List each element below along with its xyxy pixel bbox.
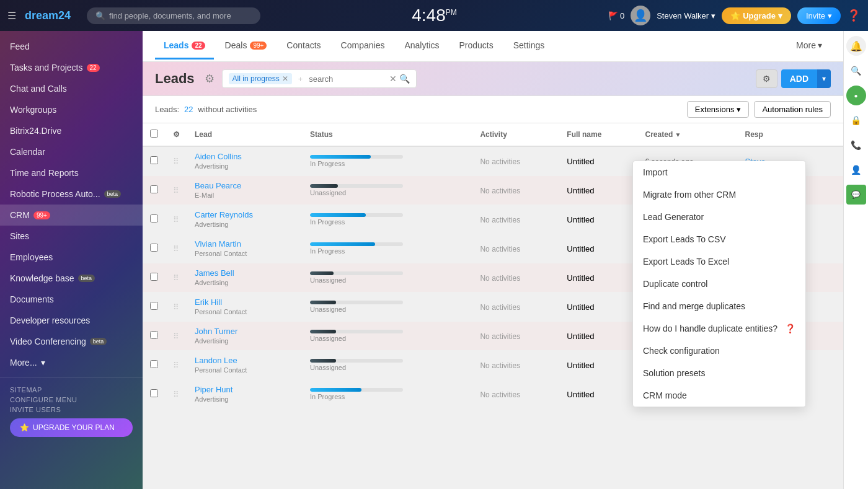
dropdown-migrate[interactable]: Migrate from other CRM xyxy=(633,183,805,206)
dropdown-merge[interactable]: Find and merge duplicates xyxy=(633,295,805,317)
phone-icon[interactable]: 📞 xyxy=(846,135,866,155)
sidebar-item-feed[interactable]: Feed xyxy=(0,36,143,57)
sidebar-item-calendar[interactable]: Calendar xyxy=(0,141,143,162)
upgrade-plan-button[interactable]: ⭐ UPGRADE YOUR PLAN xyxy=(10,418,133,437)
dropdown-import[interactable]: Import xyxy=(633,161,805,183)
invite-users-link[interactable]: INVITE USERS xyxy=(10,406,133,413)
sitemap-link[interactable]: SITEMAP xyxy=(10,386,133,394)
lead-name-link[interactable]: James Bell xyxy=(195,268,234,278)
sidebar-item-documents[interactable]: Documents xyxy=(0,289,143,310)
select-all-checkbox[interactable] xyxy=(150,130,158,138)
row-checkbox[interactable] xyxy=(150,156,158,164)
leads-search-input[interactable] xyxy=(309,74,383,84)
row-checkbox[interactable] xyxy=(150,389,158,397)
row-drag-handle[interactable]: ⠿ xyxy=(166,234,187,263)
invite-button[interactable]: Invite ▾ xyxy=(797,7,841,24)
row-drag-handle[interactable]: ⠿ xyxy=(166,380,187,409)
leads-count-link[interactable]: 22 xyxy=(184,105,193,114)
hamburger-icon[interactable]: ☰ xyxy=(7,10,16,22)
row-drag-handle[interactable]: ⠿ xyxy=(166,205,187,234)
flag-counter[interactable]: 🚩 0 xyxy=(608,11,624,20)
tab-companies[interactable]: Companies xyxy=(332,33,394,59)
sidebar-item-videoconf[interactable]: Video Conferencing beta xyxy=(0,331,143,352)
lead-name-link[interactable]: Erik Hill xyxy=(195,297,222,307)
tab-contacts[interactable]: Contacts xyxy=(278,33,329,59)
col-created[interactable]: Created ▼ xyxy=(638,123,738,146)
tab-more[interactable]: More ▾ xyxy=(787,33,831,59)
row-checkbox[interactable] xyxy=(150,302,158,310)
row-checkbox[interactable] xyxy=(150,331,158,339)
lead-name-link[interactable]: Carter Reynolds xyxy=(195,210,253,219)
tab-leads[interactable]: Leads 22 xyxy=(155,33,214,59)
search-input[interactable] xyxy=(109,11,233,20)
row-drag-handle[interactable]: ⠿ xyxy=(166,322,187,351)
row-checkbox[interactable] xyxy=(150,214,158,222)
extensions-button[interactable]: Extensions ▾ xyxy=(687,101,750,118)
leads-settings-icon[interactable]: ⚙ xyxy=(205,72,215,86)
row-checkbox[interactable] xyxy=(150,360,158,368)
notifications-icon[interactable]: 🔔 xyxy=(846,36,866,56)
tab-analytics[interactable]: Analytics xyxy=(396,33,448,59)
help-icon[interactable]: ❓ xyxy=(847,9,861,22)
tab-deals[interactable]: Deals 99+ xyxy=(216,33,276,59)
add-lead-button[interactable]: ADD xyxy=(781,69,817,88)
col-lead[interactable]: Lead xyxy=(187,123,303,146)
row-drag-handle[interactable]: ⠿ xyxy=(166,351,187,380)
status-fill xyxy=(310,271,334,275)
row-drag-handle[interactable]: ⠿ xyxy=(166,176,187,205)
search-right-icon[interactable]: 🔍 xyxy=(846,61,866,81)
tab-products[interactable]: Products xyxy=(450,33,502,59)
sidebar-item-time[interactable]: Time and Reports xyxy=(0,162,143,183)
row-checkbox[interactable] xyxy=(150,185,158,193)
sidebar-item-knowledge[interactable]: Knowledge base beta xyxy=(0,268,143,289)
sidebar-item-crm[interactable]: CRM 99+ xyxy=(0,205,143,226)
col-status[interactable]: Status xyxy=(303,123,472,146)
col-resp[interactable]: Resp xyxy=(738,123,844,146)
lead-name-link[interactable]: John Turner xyxy=(195,327,237,336)
dropdown-check-config[interactable]: Check configuration xyxy=(633,340,805,362)
sidebar-item-robotic[interactable]: Robotic Process Auto... beta xyxy=(0,183,143,205)
automation-rules-button[interactable]: Automation rules xyxy=(754,101,831,118)
user-right-icon[interactable]: 👤 xyxy=(846,160,866,180)
filter-search-icon[interactable]: 🔍 xyxy=(399,74,410,84)
dropdown-handle-duplicates[interactable]: How do I handle duplicate entities? ❓ xyxy=(633,317,805,340)
lead-name-link[interactable]: Aiden Collins xyxy=(195,152,242,161)
lead-name-link[interactable]: Landon Lee xyxy=(195,356,237,365)
lead-name-link[interactable]: Vivian Martin xyxy=(195,239,241,249)
sidebar-item-sites[interactable]: Sites xyxy=(0,226,143,247)
filter-clear-icon[interactable]: ✕ xyxy=(389,74,397,84)
configure-menu-link[interactable]: CONFIGURE MENU xyxy=(10,396,133,403)
sidebar-item-workgroups[interactable]: Workgroups xyxy=(0,99,143,120)
user-menu[interactable]: Steven Walker ▾ xyxy=(657,11,715,20)
col-fullname[interactable]: Full name xyxy=(559,123,637,146)
chat-bubble-icon[interactable]: 💬 xyxy=(846,185,866,205)
sidebar-item-bitrix[interactable]: Bitrix24.Drive xyxy=(0,120,143,141)
lead-source: Personal Contact xyxy=(195,366,247,374)
dropdown-export-excel[interactable]: Export Leads To Excel xyxy=(633,250,805,273)
sidebar-item-tasks[interactable]: Tasks and Projects 22 xyxy=(0,57,143,78)
online-status-icon[interactable]: ● xyxy=(846,86,866,105)
row-drag-handle[interactable]: ⠿ xyxy=(166,146,187,176)
sidebar-item-employees[interactable]: Employees xyxy=(0,247,143,268)
dropdown-duplicate[interactable]: Duplicate control xyxy=(633,273,805,295)
row-drag-handle[interactable]: ⠿ xyxy=(166,263,187,293)
sidebar-item-developer[interactable]: Developer resources xyxy=(0,310,143,331)
table-settings-button[interactable]: ⚙ xyxy=(756,69,777,88)
lead-name-link[interactable]: Piper Hunt xyxy=(195,385,232,394)
lead-name-link[interactable]: Beau Pearce xyxy=(195,181,241,190)
dropdown-crm-mode[interactable]: CRM mode xyxy=(633,384,805,407)
sidebar-item-more[interactable]: More... ▾ xyxy=(0,352,143,373)
lock-icon[interactable]: 🔒 xyxy=(846,110,866,130)
add-dropdown-button[interactable]: ▾ xyxy=(817,69,831,88)
dropdown-export-csv[interactable]: Export Leads To CSV xyxy=(633,228,805,250)
dropdown-solution-presets[interactable]: Solution presets xyxy=(633,362,805,384)
dropdown-generator[interactable]: Lead Generator xyxy=(633,206,805,228)
col-activity[interactable]: Activity xyxy=(472,123,559,146)
upgrade-button[interactable]: ⭐ Upgrade ▾ xyxy=(722,7,791,24)
tab-settings[interactable]: Settings xyxy=(505,33,554,59)
filter-remove-icon[interactable]: ✕ xyxy=(282,74,288,83)
sidebar-item-chat[interactable]: Chat and Calls xyxy=(0,78,143,99)
row-drag-handle[interactable]: ⠿ xyxy=(166,293,187,322)
row-checkbox[interactable] xyxy=(150,244,158,252)
row-checkbox[interactable] xyxy=(150,273,158,281)
